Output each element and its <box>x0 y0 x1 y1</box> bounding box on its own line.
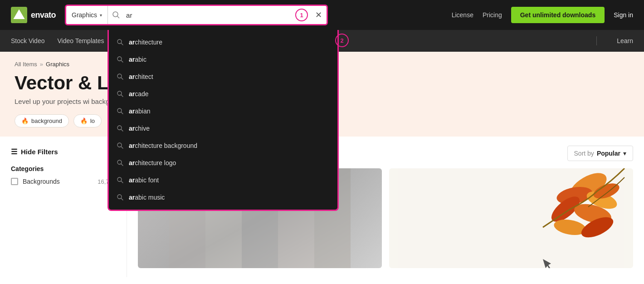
filter-icon: ☰ <box>11 147 17 156</box>
header-nav: License Pricing Get unlimited downloads … <box>452 7 633 23</box>
tag-lo[interactable]: 🔥 lo <box>73 114 102 127</box>
search-category-button[interactable]: Graphics ▾ <box>66 6 108 24</box>
signin-link[interactable]: Sign in <box>614 11 633 19</box>
search-icon <box>117 73 123 80</box>
autocomplete-item-0[interactable]: architecture <box>109 34 337 51</box>
autocomplete-item-4[interactable]: arabian <box>109 103 337 120</box>
flame-icon-2: 🔥 <box>80 118 88 124</box>
search-icon <box>117 177 123 183</box>
chevron-down-icon: ▾ <box>100 13 102 18</box>
autocomplete-item-2[interactable]: architect <box>109 68 337 85</box>
badge-2: 2 <box>335 34 349 47</box>
sort-button[interactable]: Sort by Popular ▾ <box>567 146 633 161</box>
svg-line-32 <box>121 147 123 148</box>
cta-button[interactable]: Get unlimited downloads <box>511 7 605 23</box>
category-backgrounds[interactable]: Backgrounds 16,709 <box>11 178 116 185</box>
flame-icon: 🔥 <box>21 118 29 124</box>
category-checkbox[interactable] <box>11 178 18 185</box>
search-icon <box>117 39 123 45</box>
search-bar: Graphics ▾ 1 ✕ <box>65 5 328 25</box>
logo[interactable]: envato <box>11 7 56 23</box>
search-icon <box>117 142 123 149</box>
svg-line-2 <box>117 16 119 18</box>
svg-line-24 <box>121 78 123 79</box>
license-link[interactable]: License <box>452 11 473 19</box>
breadcrumb-separator: » <box>40 61 43 68</box>
nav-divider <box>596 36 597 45</box>
nav-stock-video[interactable]: Stock Video <box>11 37 44 44</box>
clear-search-button[interactable]: ✕ <box>311 11 327 19</box>
svg-line-30 <box>121 129 123 131</box>
main-header: envato Graphics ▾ 1 ✕ License Pricing Ge… <box>0 0 644 30</box>
autocomplete-item-7[interactable]: architecture logo <box>109 154 337 171</box>
autocomplete-item-8[interactable]: arabic font <box>109 171 337 189</box>
svg-line-28 <box>121 112 123 114</box>
envato-logo-icon <box>11 7 27 23</box>
search-icon <box>117 56 123 63</box>
autocomplete-item-3[interactable]: arcade <box>109 85 337 103</box>
tag-background[interactable]: 🔥 background <box>15 114 69 127</box>
autocomplete-item-5[interactable]: archive <box>109 120 337 137</box>
nav-video-templates[interactable]: Video Templates <box>57 37 104 44</box>
svg-line-20 <box>121 43 123 45</box>
chevron-down-icon-sort: ▾ <box>623 150 626 157</box>
learn-link[interactable]: Learn <box>617 37 633 44</box>
badge-2-wrapper: 2 <box>335 34 349 47</box>
svg-line-26 <box>121 95 123 97</box>
categories-title: Categories <box>11 165 116 172</box>
autocomplete-item-6[interactable]: architecture background <box>109 137 337 154</box>
search-icon <box>117 125 123 132</box>
search-input[interactable] <box>124 11 295 19</box>
logo-text: envato <box>31 10 56 20</box>
breadcrumb-current: Graphics <box>46 61 69 68</box>
search-icon <box>117 194 123 201</box>
badge-1: 1 <box>295 9 308 21</box>
hide-filters-button[interactable]: ☰ Hide Filters <box>11 147 116 156</box>
svg-line-34 <box>121 164 123 166</box>
search-icon <box>117 108 123 114</box>
breadcrumb-all-items[interactable]: All Items <box>15 61 37 68</box>
svg-line-22 <box>121 60 123 62</box>
pricing-link[interactable]: Pricing <box>483 11 502 19</box>
grid-item-2[interactable] <box>389 168 633 268</box>
autocomplete-item-1[interactable]: arabic <box>109 51 337 68</box>
svg-line-38 <box>121 198 123 200</box>
search-icon <box>117 91 123 97</box>
autocomplete-item-9[interactable]: arabic music <box>109 189 337 206</box>
search-icon <box>117 160 123 166</box>
svg-line-36 <box>121 181 123 183</box>
search-icon <box>108 11 124 19</box>
autocomplete-dropdown: architecture arabic architect arcade ara… <box>107 30 339 211</box>
